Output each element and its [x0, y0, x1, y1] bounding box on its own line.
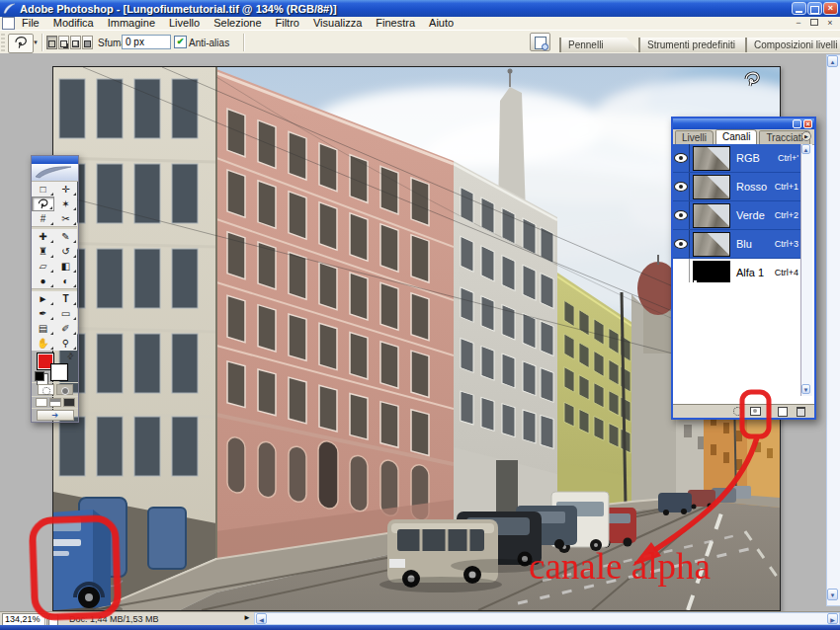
- default-colors-icon[interactable]: [35, 371, 44, 381]
- menu-aiuto[interactable]: Aiuto: [422, 17, 461, 30]
- menu-file[interactable]: File: [15, 17, 46, 30]
- background-color-swatch[interactable]: [50, 363, 68, 381]
- move-tool[interactable]: ✛: [54, 182, 77, 197]
- photoshop-app-icon: [3, 2, 16, 15]
- options-separator: [243, 34, 245, 51]
- trash-icon: [797, 407, 805, 417]
- palette-menu-icon[interactable]: ▶: [801, 131, 811, 141]
- doc-restore-button[interactable]: [808, 18, 820, 29]
- eye-icon: [674, 239, 688, 249]
- options-bar: ▼ Sfuma: ✔ Anti-alias Pennelli Strumenti…: [0, 30, 840, 55]
- healing-brush-icon: ✚: [39, 229, 46, 244]
- standard-mode-button[interactable]: [38, 384, 54, 395]
- healing-brush-tool[interactable]: ✚: [32, 229, 54, 244]
- channel-list: RGB Ctrl+' Rosso Ctrl+1 Verde Ctrl+2 Blu…: [673, 144, 803, 287]
- scroll-down-icon[interactable]: ▼: [827, 589, 838, 600]
- visibility-toggle[interactable]: [673, 144, 690, 172]
- palette-scrollbar[interactable]: ▲ ▼: [800, 144, 812, 396]
- horizontal-scrollbar[interactable]: ◀ ▶: [254, 612, 840, 625]
- intersect-selection-button[interactable]: [82, 36, 93, 49]
- titlebar[interactable]: Adobe Photoshop - [Lungofiumetutorial.ti…: [0, 0, 840, 17]
- eraser-tool[interactable]: ▱: [32, 259, 54, 274]
- options-grip[interactable]: [1, 34, 5, 51]
- menu-modifica[interactable]: Modifica: [46, 17, 101, 30]
- file-browser-button[interactable]: [530, 33, 550, 51]
- dodge-tool[interactable]: ◐: [54, 274, 77, 288]
- palette-close-icon[interactable]: ×: [803, 119, 812, 128]
- scroll-up-icon[interactable]: ▲: [827, 55, 838, 67]
- visibility-toggle[interactable]: [673, 173, 690, 200]
- close-button[interactable]: ×: [823, 2, 838, 15]
- rectangular-marquee-tool[interactable]: □: [32, 182, 54, 197]
- menu-filtro[interactable]: Filtro: [269, 17, 306, 30]
- scroll-left-icon[interactable]: ◀: [256, 613, 267, 624]
- palette-titlebar[interactable]: ×: [673, 118, 814, 129]
- eyedropper-tool[interactable]: ✐: [54, 321, 77, 336]
- new-channel-button[interactable]: [776, 407, 790, 416]
- notes-tool[interactable]: ▤: [32, 321, 54, 336]
- tool-preset-dropdown-icon[interactable]: ▼: [33, 39, 39, 45]
- blur-tool[interactable]: ●: [32, 274, 54, 288]
- palette-minimize-button[interactable]: [793, 119, 801, 128]
- notes-icon: ▤: [39, 321, 47, 336]
- toolbox-titlebar[interactable]: [32, 156, 78, 164]
- lasso-tool[interactable]: [32, 197, 54, 211]
- quick-mask-mode-button[interactable]: [56, 384, 73, 395]
- fullscreen-menubar-button[interactable]: [49, 398, 61, 407]
- swap-colors-icon[interactable]: ⇄: [65, 351, 76, 361]
- doc-close-button[interactable]: ×: [824, 18, 836, 29]
- menu-visualizza[interactable]: Visualizza: [306, 17, 369, 30]
- gradient-tool[interactable]: ◧: [54, 259, 77, 274]
- standard-screen-button[interactable]: [36, 398, 47, 407]
- channel-row-rgb[interactable]: RGB Ctrl+': [673, 144, 803, 173]
- channel-row-verde[interactable]: Verde Ctrl+2: [673, 201, 803, 230]
- vertical-scrollbar[interactable]: ▲ ▼: [826, 54, 840, 606]
- menu-livello[interactable]: Livello: [162, 17, 207, 30]
- channel-row-rosso[interactable]: Rosso Ctrl+1: [673, 173, 803, 201]
- load-selection-button[interactable]: [730, 407, 744, 416]
- palette-scroll-up-icon[interactable]: ▲: [801, 144, 810, 154]
- new-selection-button[interactable]: [46, 36, 57, 49]
- doc-minimize-button[interactable]: −: [793, 18, 804, 29]
- status-menu-icon[interactable]: ►: [243, 613, 251, 622]
- delete-channel-button[interactable]: [794, 407, 807, 416]
- tab-composizioni-livelli[interactable]: Composizioni livelli: [745, 38, 840, 52]
- add-selection-button[interactable]: [58, 36, 69, 49]
- save-selection-as-channel-button[interactable]: [748, 407, 762, 416]
- path-selection-tool[interactable]: ►: [32, 291, 54, 306]
- antialias-label: Anti-alias: [189, 38, 229, 48]
- jump-to-imageready-button[interactable]: ➔: [37, 410, 74, 421]
- channel-shortcut: Ctrl+3: [775, 239, 798, 249]
- palette-scroll-down-icon[interactable]: ▼: [801, 384, 810, 394]
- subtract-selection-button[interactable]: [70, 36, 81, 49]
- tab-canali[interactable]: Canali: [715, 129, 757, 144]
- visibility-toggle[interactable]: [673, 230, 690, 258]
- menu-selezione[interactable]: Selezione: [207, 17, 268, 30]
- zoom-tool[interactable]: ⚲: [54, 336, 77, 351]
- restore-button[interactable]: [807, 2, 822, 15]
- current-tool-preview[interactable]: [8, 34, 34, 53]
- type-tool[interactable]: T: [54, 291, 77, 306]
- visibility-toggle[interactable]: [673, 201, 690, 229]
- window-border: [0, 625, 840, 630]
- tab-pennelli[interactable]: Pennelli: [559, 38, 639, 52]
- scroll-right-icon[interactable]: ▶: [827, 613, 838, 624]
- channel-row-blu[interactable]: Blu Ctrl+3: [673, 230, 803, 259]
- channel-name: Rosso: [736, 181, 767, 193]
- hand-tool[interactable]: ✋: [32, 336, 54, 351]
- slice-tool[interactable]: ✂: [54, 211, 77, 226]
- clone-stamp-tool[interactable]: ♜: [32, 244, 54, 259]
- menu-immagine[interactable]: Immagine: [101, 17, 162, 30]
- antialias-checkbox[interactable]: ✔: [174, 36, 187, 48]
- minimize-button[interactable]: [792, 2, 806, 15]
- rectangle-tool[interactable]: ▭: [54, 306, 77, 321]
- feather-input[interactable]: [122, 35, 171, 49]
- brush-tool[interactable]: ✎: [54, 229, 77, 244]
- fullscreen-button[interactable]: [63, 398, 75, 407]
- magic-wand-tool[interactable]: ✶: [54, 197, 77, 211]
- menu-finestra[interactable]: Finestra: [369, 17, 422, 30]
- tab-livelli[interactable]: Livelli: [675, 130, 714, 144]
- crop-tool[interactable]: #: [32, 211, 54, 226]
- history-brush-tool[interactable]: ↺: [54, 244, 77, 259]
- pen-tool[interactable]: ✒: [32, 306, 54, 321]
